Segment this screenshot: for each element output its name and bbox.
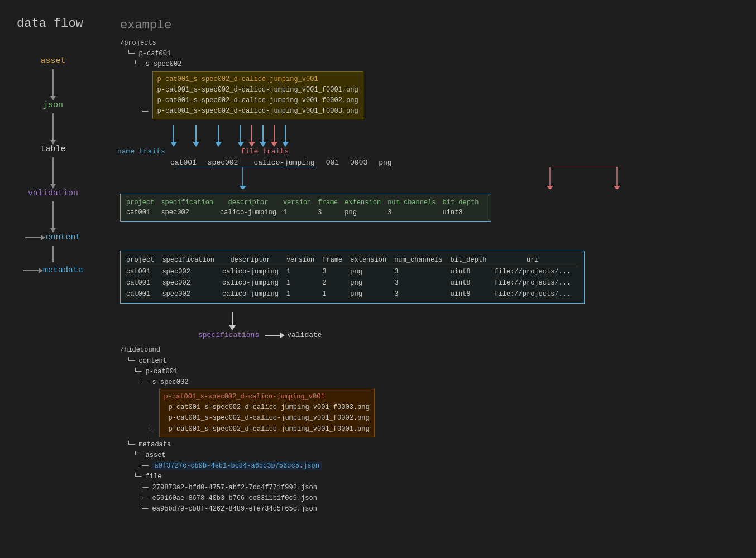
flow-arrow-asset-json	[52, 69, 54, 97]
bottom-file-tree: /hidebound └─ content └─ p-cat001 └─ s-s…	[120, 345, 753, 514]
td-version: 1	[283, 208, 318, 218]
bottom-file-1: p-cat001_s-spec002_d-calico-jumping_v001…	[169, 403, 370, 411]
bottom-root: /hidebound	[120, 345, 753, 355]
content-cell-0-5: png	[350, 266, 394, 278]
svg-marker-2	[240, 186, 246, 189]
trait-spec002: spec002	[208, 158, 238, 167]
flow-label-metadata: metadata	[43, 266, 83, 275]
content-table-section: project specification descriptor version…	[120, 246, 753, 306]
bottom-s-spec002: └─ s-spec002	[140, 377, 753, 388]
flow-label-json: json	[43, 100, 63, 110]
content-cell-0-4: 3	[322, 266, 350, 278]
td-descriptor: calico-jumping	[220, 208, 283, 218]
content-cell-1-0: cat001	[126, 277, 162, 288]
tree-file-2: p-cat001_s-spec002_d-calico-jumping_v001…	[157, 97, 358, 104]
tree-p-cat001: p-cat001	[139, 50, 171, 57]
bottom-tree-section: /hidebound └─ content └─ p-cat001 └─ s-s…	[120, 345, 753, 514]
arrow-cat001	[170, 125, 177, 147]
cth-bit-depth: bit_depth	[451, 254, 495, 266]
content-cell-2-3: 1	[286, 288, 322, 300]
cth-num-channels: num_channels	[394, 254, 450, 266]
th-project: project	[126, 198, 161, 208]
sidebar: data flow asset json table validation co…	[0, 0, 106, 558]
arrow-num-channels	[248, 125, 255, 147]
arrow-down-validate	[232, 312, 233, 326]
content-table-box: project specification descriptor version…	[120, 251, 585, 304]
bottom-dir-name: p-cat001_s-spec002_d-calico-jumping_v001	[164, 393, 325, 401]
td-project: cat001	[126, 208, 161, 218]
flow-line-content-metadata	[52, 246, 54, 262]
flow-arrow-right-content	[25, 237, 42, 238]
highlighted-dir-box: p-cat001_s-spec002_d-calico-jumping_v001…	[152, 71, 363, 120]
trait-png: png	[379, 158, 391, 167]
content-cell-2-4: 1	[322, 288, 350, 300]
content-cell-1-7: uint8	[451, 277, 495, 288]
cth-uri: uri	[494, 254, 578, 266]
top-file-tree: /projects └─ p-cat001 └─ s-spec002 └─ p-…	[120, 38, 753, 119]
svg-marker-7	[614, 186, 620, 189]
td-num-channels: 3	[387, 208, 442, 218]
tree-connector-section	[170, 167, 753, 189]
tree-level2: └─ s-spec002	[133, 59, 753, 70]
name-traits-label: name traits	[117, 147, 165, 156]
pink-arrows-file	[248, 125, 277, 147]
tree-file-1: p-cat001_s-spec002_d-calico-jumping_v001…	[157, 86, 358, 94]
content-row-1: cat001spec002calico-jumping12png3uint8fi…	[126, 277, 578, 288]
bottom-dir-box: p-cat001_s-spec002_d-calico-jumping_v001…	[159, 389, 375, 437]
spec-label: specifications	[198, 331, 259, 339]
content-cell-0-2: calico-jumping	[222, 266, 286, 278]
content-cell-2-8: file://projects/...	[494, 288, 578, 300]
bottom-asset-json: └─ a9f3727c-cb9b-4eb1-bc84-a6bc3b756cc5.…	[140, 461, 753, 472]
content-cell-2-1: spec002	[162, 288, 222, 300]
validate-section	[232, 312, 233, 326]
content-cell-1-8: file://projects/...	[494, 277, 578, 288]
main-title: example	[120, 18, 753, 32]
cth-specification: specification	[162, 254, 222, 266]
validate-row: specifications validate	[198, 331, 753, 339]
content-cell-2-2: calico-jumping	[222, 288, 286, 300]
cth-extension: extension	[350, 254, 394, 266]
tree-root: /projects	[120, 38, 753, 49]
flow-arrow-right-metadata	[23, 270, 40, 271]
content-cell-2-5: png	[350, 288, 394, 300]
th-bit-depth: bit_depth	[443, 198, 486, 208]
content-row-2: cat001spec002calico-jumping11png3uint8fi…	[126, 288, 578, 300]
arrow-001	[237, 125, 244, 147]
flow-item-content: content	[25, 229, 80, 246]
content-cell-2-7: uint8	[451, 288, 495, 300]
trait-0003: 0003	[350, 158, 367, 167]
bottom-asset-section: └─ asset	[133, 450, 753, 461]
validate-label: validate	[287, 331, 322, 339]
arrow-line-metadata	[23, 270, 40, 271]
cth-frame: frame	[322, 254, 350, 266]
flow-label-table: table	[40, 145, 65, 154]
content-cell-2-0: cat001	[126, 288, 162, 300]
bottom-file-json-1: ├─ 279873a2-bfd0-4757-abf2-7dc4f771f992.…	[140, 483, 753, 493]
trait-values-row: cat001 spec002 calico-jumping 001 0003 p…	[170, 158, 753, 167]
tree-file-3: p-cat001_s-spec002_d-calico-jumping_v001…	[157, 107, 358, 115]
bottom-asset-json-name: a9f3727c-cb9b-4eb1-bc84-a6bc3b756cc5.jso…	[152, 461, 322, 470]
content-cell-0-8: file://projects/...	[494, 266, 578, 278]
data-table-box: project specification descriptor version…	[120, 194, 491, 222]
bottom-highlighted-dir: └─ p-cat001_s-spec002_d-calico-jumping_v…	[147, 388, 753, 437]
arrow-bit-depth	[271, 125, 277, 147]
trait-001: 001	[326, 158, 339, 167]
content-cell-2-6: 3	[394, 288, 450, 300]
arrow-line-content	[25, 237, 42, 238]
flow-arrow-validation-content	[52, 201, 54, 229]
connector-svg	[170, 167, 673, 189]
flow-label-content: content	[45, 233, 80, 242]
cth-version: version	[286, 254, 322, 266]
down-arrows-row: name traits fil	[120, 125, 289, 147]
flow-item-validation: validation	[28, 185, 78, 229]
th-num-channels: num_channels	[387, 198, 442, 208]
content-cell-1-4: 2	[322, 277, 350, 288]
validate-arrow	[265, 335, 281, 336]
flow-item-asset: asset	[40, 53, 65, 97]
bottom-file-2: p-cat001_s-spec002_d-calico-jumping_v001…	[169, 414, 370, 422]
cth-descriptor: descriptor	[222, 254, 286, 266]
trait-cat001: cat001	[170, 158, 197, 167]
content-cell-0-0: cat001	[126, 266, 162, 278]
flow-item-json: json	[43, 97, 63, 141]
flow-label-validation: validation	[28, 189, 78, 198]
